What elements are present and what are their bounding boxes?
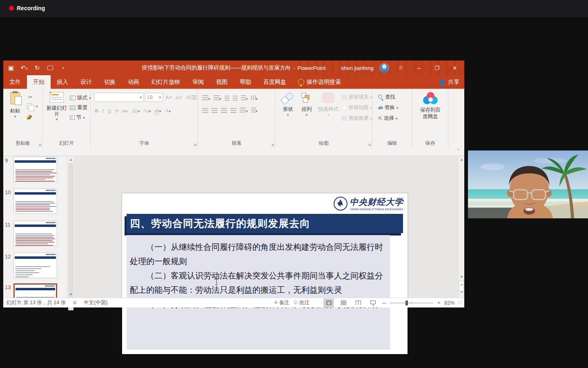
zoom-level[interactable]: 82% — [444, 300, 454, 306]
character-spacing-button[interactable]: A̲V̲▾ — [132, 108, 140, 113]
notes-button[interactable]: ≜ 备注 — [274, 299, 290, 306]
zoom-slider-thumb[interactable] — [405, 301, 408, 305]
align-left-button[interactable] — [202, 108, 208, 113]
qat-customize-icon[interactable]: ▾ — [60, 66, 67, 70]
main-scrollbar[interactable]: ▲ ▼ ⏶ ⏷ — [458, 157, 464, 298]
bullets-button[interactable]: ▾ — [202, 94, 210, 102]
collapse-ribbon-icon[interactable]: ⌃ — [457, 148, 460, 153]
clear-formatting-button[interactable]: A⌫ — [185, 94, 198, 101]
double-strikethrough-button[interactable]: abc — [122, 108, 128, 113]
tab-文件[interactable]: 文件 — [3, 75, 27, 89]
strikethrough-button[interactable]: S — [115, 108, 118, 114]
paste-button[interactable]: 粘贴 ▾ — [7, 92, 24, 119]
tab-幻灯片放映[interactable]: 幻灯片放映 — [145, 75, 186, 89]
tab-切换[interactable]: 切换 — [98, 75, 122, 89]
paragraph-dialog-launcher-icon[interactable]: ⇲ — [271, 143, 274, 147]
align-right-button[interactable] — [221, 108, 227, 113]
reset-button[interactable]: 重置 — [70, 104, 87, 111]
user-avatar[interactable] — [379, 63, 389, 73]
redo-icon[interactable]: ↻ — [33, 64, 41, 72]
highlight-color-button[interactable]: a̶b̶▾ — [155, 108, 161, 114]
format-painter-button[interactable] — [27, 114, 32, 119]
italic-button[interactable]: I — [102, 108, 104, 114]
reading-view-button[interactable] — [353, 298, 363, 307]
tell-me-search[interactable]: 操作说明搜索 — [292, 75, 347, 89]
select-button[interactable]: ⇱选择▾ — [378, 115, 398, 122]
accessibility-icon[interactable]: ⧉ — [73, 300, 76, 305]
zoom-out-button[interactable]: ─ — [382, 300, 386, 306]
thumbnail-preview[interactable] — [13, 283, 57, 298]
underline-button[interactable]: U — [108, 108, 112, 114]
font-name-combo[interactable]: ▾ — [94, 93, 144, 102]
thumb-scroll-up-icon[interactable]: ▲ — [67, 157, 74, 163]
copy-button[interactable]: ▾ — [27, 103, 38, 109]
zoom-slider[interactable] — [390, 303, 433, 303]
slide-thumbnail-11[interactable]: 11 — [3, 221, 67, 249]
slideshow-view-button[interactable] — [368, 298, 378, 307]
start-slideshow-icon[interactable]: 🖵 — [47, 64, 54, 72]
thumbnail-preview[interactable] — [13, 188, 57, 214]
shrink-font-button[interactable]: A˅ — [174, 94, 183, 101]
font-color-button[interactable]: A▾ — [165, 108, 170, 114]
previous-slide-icon[interactable]: ⏶ — [459, 283, 465, 287]
thumb-scroll-down-icon[interactable]: ▼ — [67, 292, 74, 298]
thumbnail-preview[interactable] — [13, 221, 57, 246]
ribbon-display-options-icon[interactable]: ⍐ — [395, 65, 407, 71]
restore-button[interactable]: ❐ — [431, 65, 443, 71]
tab-开始[interactable]: 开始 — [27, 75, 51, 89]
justify-button[interactable] — [230, 108, 236, 113]
columns-button[interactable]: ▾ — [240, 107, 248, 114]
arrange-button[interactable]: 排列▾ — [299, 93, 314, 117]
slide-sorter-view-button[interactable] — [338, 298, 349, 307]
slide-title[interactable]: 四、劳动合同无法履行的规则发展去向 — [127, 214, 403, 233]
line-spacing-button[interactable]: ▾ — [241, 94, 248, 102]
text-direction-button[interactable]: ▾ — [251, 94, 258, 102]
shape-effects-button[interactable]: 形状效果▾ — [342, 115, 372, 122]
increase-indent-button[interactable] — [233, 96, 238, 101]
tab-动画[interactable]: 动画 — [122, 75, 145, 89]
language-indicator[interactable]: 中文(中国) — [84, 299, 107, 306]
slide-thumbnail-10[interactable]: 10 — [3, 188, 67, 217]
tab-审阅[interactable]: 审阅 — [186, 75, 210, 89]
quick-styles-button[interactable]: 快速样式▾ — [316, 93, 340, 117]
share-button[interactable]: 👤 共享 — [439, 75, 459, 89]
tab-设计[interactable]: 设计 — [74, 75, 98, 89]
change-case-button[interactable]: Aa▾ — [143, 108, 151, 114]
tab-百度网盘[interactable]: 百度网盘 — [257, 75, 292, 89]
new-slide-button[interactable]: ✦ 新建幻灯片 ▾ — [46, 92, 67, 121]
bold-button[interactable]: B — [95, 108, 98, 114]
clipboard-dialog-launcher-icon[interactable]: ⇲ — [38, 143, 41, 147]
slide-thumbnail-9[interactable]: 9 — [3, 157, 67, 185]
slide-thumbnail-13[interactable]: 13 — [3, 283, 67, 298]
align-center-button[interactable] — [212, 108, 218, 113]
thumbnail-preview[interactable] — [13, 253, 57, 278]
shapes-button[interactable]: 形状▾ — [281, 93, 295, 117]
tab-插入[interactable]: 插入 — [51, 75, 74, 89]
thumb-scroll-thumb[interactable] — [68, 163, 74, 310]
thumbnail-scrollbar[interactable]: ▲ ▼ — [67, 157, 74, 298]
slide-body-textbox[interactable]: （一）从继续性合同履行障碍的角度出发构建劳动合同无法履行时处理的一般规则（二）客… — [127, 235, 390, 350]
slide-canvas[interactable]: 中央财经大学 Central University of Finance and… — [122, 193, 408, 354]
save-to-baidu-button[interactable]: 保存到百度网盘 — [418, 92, 443, 120]
drawing-dialog-launcher-icon[interactable]: ⇲ — [368, 143, 371, 147]
scroll-down-icon[interactable]: ▼ — [459, 275, 465, 279]
scroll-up-icon[interactable]: ▲ — [459, 157, 465, 162]
tab-视图[interactable]: 视图 — [210, 75, 234, 89]
font-dialog-launcher-icon[interactable]: ⇲ — [193, 143, 196, 147]
smartart-button[interactable]: ▾ — [251, 107, 258, 114]
save-icon[interactable]: ▣ — [7, 64, 15, 72]
undo-icon[interactable]: ↶▾ — [20, 64, 28, 72]
fit-to-window-icon[interactable]: ⛶ — [459, 300, 462, 305]
grow-font-button[interactable]: A˄ — [164, 94, 173, 101]
cut-button[interactable]: ✂ — [27, 94, 34, 100]
decrease-indent-button[interactable] — [225, 96, 229, 101]
font-size-combo[interactable]: 18▾ — [145, 93, 163, 102]
close-button[interactable]: ✕ — [449, 65, 461, 71]
section-button[interactable]: 节▾ — [70, 114, 85, 121]
shape-outline-button[interactable]: 形状轮廓▾ — [342, 104, 372, 111]
layout-button[interactable]: 版式▾ — [70, 94, 91, 101]
zoom-in-button[interactable]: + — [437, 300, 440, 306]
find-button[interactable]: 查找 — [378, 94, 395, 101]
numbering-button[interactable]: ▾ — [214, 94, 222, 102]
normal-view-button[interactable] — [323, 298, 334, 307]
